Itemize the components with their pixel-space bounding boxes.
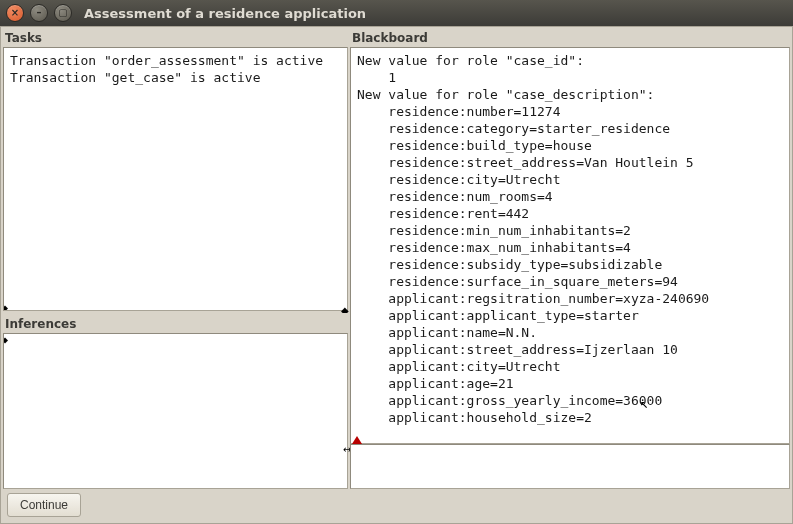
right-column: Blackboard New value for role "case_id":… <box>350 27 790 489</box>
panels-container: Tasks Transaction "order_assessment" is … <box>3 27 790 489</box>
blackboard-section: Blackboard New value for role "case_id":… <box>350 27 790 489</box>
continue-button[interactable]: Continue <box>7 493 81 517</box>
left-column: Tasks Transaction "order_assessment" is … <box>3 27 348 489</box>
maximize-window-button[interactable]: ▢ <box>54 4 72 22</box>
close-window-button[interactable]: × <box>6 4 24 22</box>
blackboard-content: New value for role "case_id": 1 New valu… <box>357 53 709 425</box>
client-area: Tasks Transaction "order_assessment" is … <box>0 26 793 524</box>
minimize-icon: – <box>37 8 42 18</box>
close-icon: × <box>11 8 19 18</box>
tasks-label: Tasks <box>3 27 348 47</box>
minimize-window-button[interactable]: – <box>30 4 48 22</box>
window-title: Assessment of a residence application <box>84 6 366 21</box>
app-window: × – ▢ Assessment of a residence applicat… <box>0 0 793 524</box>
maximize-icon: ▢ <box>58 8 67 18</box>
titlebar: × – ▢ Assessment of a residence applicat… <box>0 0 793 26</box>
inferences-section: Inferences ◆ <box>3 313 348 489</box>
blackboard-textpane[interactable]: New value for role "case_id": 1 New valu… <box>350 47 790 444</box>
tasks-content: Transaction "order_assessment" is active… <box>10 53 323 85</box>
diamond-icon: ◆ <box>3 304 10 311</box>
tasks-section: Tasks Transaction "order_assessment" is … <box>3 27 348 311</box>
footer: Continue <box>3 489 790 521</box>
inferences-label: Inferences <box>3 313 348 333</box>
blackboard-lower-pane[interactable] <box>350 444 790 489</box>
tasks-textpane[interactable]: Transaction "order_assessment" is active… <box>3 47 348 311</box>
diamond-icon: ◆ <box>3 336 10 344</box>
blackboard-label: Blackboard <box>350 27 790 47</box>
scroll-indicator-up-icon[interactable] <box>352 436 362 444</box>
inferences-textpane[interactable]: ◆ <box>3 333 348 489</box>
